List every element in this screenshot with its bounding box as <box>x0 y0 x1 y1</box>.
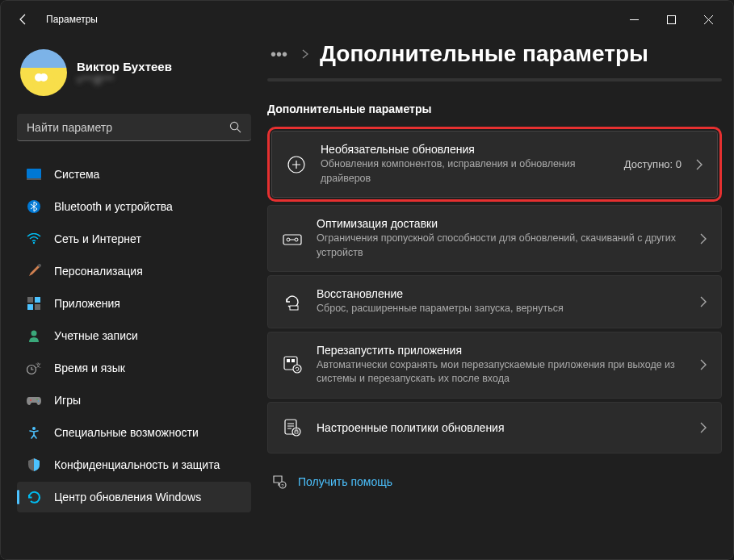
nav-label: Сеть и Интернет <box>54 232 141 245</box>
card-subtitle: Обновления компонентов, исправления и об… <box>321 157 610 186</box>
nav-label: Персонализация <box>54 265 143 278</box>
nav-label: Конфиденциальность и защита <box>54 458 220 471</box>
policy-icon <box>283 418 302 437</box>
svg-rect-7 <box>27 297 33 303</box>
card-title: Необязательные обновления <box>321 143 610 156</box>
card-title: Восстановление <box>317 287 686 300</box>
card-title: Перезапустить приложения <box>317 344 686 357</box>
system-icon <box>27 167 41 182</box>
nav-label: Игры <box>54 394 81 407</box>
nav-list: Система Bluetooth и устройства Сеть и Ин… <box>17 159 251 512</box>
card-delivery-optimization[interactable]: Оптимизация доставки Ограничения пропуск… <box>267 205 722 272</box>
update-icon <box>27 490 41 504</box>
main-panel: ••• Дополнительные параметры Дополнитель… <box>267 38 722 559</box>
breadcrumb-more[interactable]: ••• <box>267 45 291 64</box>
svg-point-5 <box>33 242 35 244</box>
nav-apps[interactable]: Приложения <box>17 288 251 319</box>
chevron-right-icon <box>700 359 707 370</box>
gamepad-icon <box>27 393 41 407</box>
nav-label: Система <box>54 168 99 181</box>
page-title: Дополнительные параметры <box>320 41 648 67</box>
svg-rect-25 <box>292 359 295 362</box>
nav-privacy[interactable]: Конфиденциальность и защита <box>17 449 251 480</box>
available-count: Доступно: 0 <box>624 158 682 170</box>
nav-gaming[interactable]: Игры <box>17 385 251 416</box>
chevron-right-icon <box>700 233 707 244</box>
shield-icon <box>27 458 41 472</box>
nav-windows-update[interactable]: Центр обновления Windows <box>17 482 251 512</box>
svg-point-14 <box>30 399 31 401</box>
svg-rect-0 <box>667 15 675 23</box>
chevron-right-icon <box>700 422 707 433</box>
nav-bluetooth[interactable]: Bluetooth и устройства <box>17 191 251 222</box>
window-title: Параметры <box>46 14 98 25</box>
window-controls <box>615 6 727 32</box>
brush-icon <box>27 264 41 278</box>
nav-accessibility[interactable]: Специальные возможности <box>17 417 251 448</box>
card-optional-updates[interactable]: Необязательные обновления Обновления ком… <box>271 131 718 198</box>
card-subtitle: Сброс, расширенные параметры запуска, ве… <box>317 302 686 316</box>
settings-window: Параметры Виктор Бухтеев v***@*** <box>0 0 734 560</box>
card-title: Оптимизация доставки <box>317 217 686 230</box>
search-input[interactable] <box>27 121 229 134</box>
clock-icon: 文 <box>27 361 41 375</box>
user-block[interactable]: Виктор Бухтеев v***@*** <box>17 38 251 114</box>
card-update-policies[interactable]: Настроенные политики обновления <box>267 402 722 453</box>
svg-point-16 <box>38 400 40 402</box>
svg-text:文: 文 <box>36 362 41 368</box>
nav-label: Время и язык <box>54 361 125 374</box>
svg-rect-9 <box>27 304 33 310</box>
back-button[interactable] <box>7 3 40 36</box>
recovery-icon <box>283 292 302 311</box>
delivery-icon <box>283 229 302 249</box>
wifi-icon <box>27 232 41 246</box>
get-help-link[interactable]: Получить помощь <box>298 475 392 488</box>
avatar <box>20 49 67 96</box>
sidebar: Виктор Бухтеев v***@*** Система Bluetoot… <box>17 38 251 559</box>
svg-point-11 <box>31 331 37 336</box>
nav-accounts[interactable]: Учетные записи <box>17 320 251 351</box>
user-name: Виктор Бухтеев <box>77 60 172 73</box>
section-label: Дополнительные параметры <box>267 102 722 115</box>
svg-rect-2 <box>27 169 41 178</box>
search-icon <box>229 121 241 133</box>
svg-rect-8 <box>35 297 40 303</box>
highlight-annotation: Необязательные обновления Обновления ком… <box>267 127 722 202</box>
svg-rect-24 <box>287 359 290 362</box>
card-subtitle: Ограничения пропускной способности для о… <box>317 232 686 260</box>
svg-point-15 <box>36 399 38 400</box>
svg-point-20 <box>287 238 290 241</box>
chevron-right-icon <box>696 159 703 170</box>
nav-system[interactable]: Система <box>17 159 251 190</box>
minimize-button[interactable] <box>615 6 652 32</box>
card-subtitle: Автоматически сохранять мои перезапускае… <box>317 358 686 387</box>
svg-point-26 <box>293 365 301 373</box>
close-button[interactable] <box>690 6 727 32</box>
plus-circle-icon <box>287 155 306 174</box>
card-recovery[interactable]: Восстановление Сброс, расширенные параме… <box>267 275 722 328</box>
svg-point-17 <box>32 427 36 430</box>
nav-label: Центр обновления Windows <box>54 491 201 504</box>
svg-rect-10 <box>35 304 40 310</box>
titlebar: Параметры <box>1 1 733 38</box>
svg-rect-22 <box>290 306 298 310</box>
search-box[interactable] <box>17 114 251 141</box>
nav-time[interactable]: 文 Время и язык <box>17 353 251 383</box>
nav-network[interactable]: Сеть и Интернет <box>17 224 251 254</box>
card-restart-apps[interactable]: Перезапустить приложения Автоматически с… <box>267 332 722 399</box>
svg-point-1 <box>230 122 237 129</box>
help-row: ? Получить помощь <box>267 474 722 489</box>
progress-bar <box>267 78 722 81</box>
breadcrumb: ••• Дополнительные параметры <box>267 41 722 67</box>
card-title: Настроенные политики обновления <box>317 421 686 434</box>
user-icon <box>27 328 41 343</box>
nav-label: Специальные возможности <box>54 426 199 439</box>
svg-point-21 <box>295 238 298 241</box>
chevron-right-icon <box>302 49 308 59</box>
cards-list: Необязательные обновления Обновления ком… <box>267 127 722 453</box>
nav-personalization[interactable]: Персонализация <box>17 256 251 286</box>
card-trail: Доступно: 0 <box>624 158 703 170</box>
maximize-button[interactable] <box>652 6 690 32</box>
restart-apps-icon <box>283 355 302 374</box>
nav-label: Учетные записи <box>54 329 138 342</box>
